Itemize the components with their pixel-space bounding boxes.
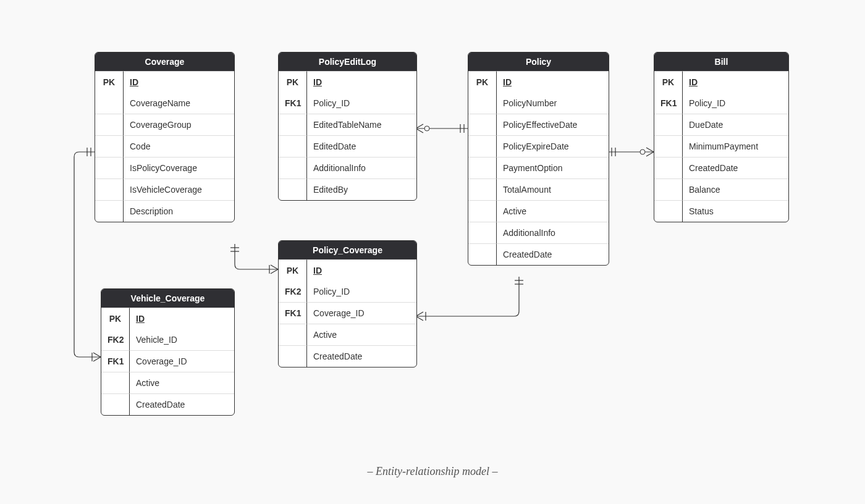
- key-label: [468, 178, 497, 200]
- table-row: Status: [654, 200, 788, 222]
- key-label: PK: [101, 308, 130, 329]
- entity-title: Coverage: [95, 52, 234, 71]
- key-label: [279, 135, 307, 157]
- attr-list: CoverageNameCoverageGroupCodeIsPolicyCov…: [95, 93, 234, 222]
- pk-field: ID: [307, 71, 416, 93]
- key-label: [468, 200, 497, 222]
- svg-line-16: [271, 269, 278, 274]
- key-label: FK1: [279, 93, 307, 114]
- table-row: Active: [101, 372, 234, 393]
- key-label: [468, 243, 497, 265]
- table-row: Balance: [654, 178, 788, 200]
- pk-field: ID: [683, 71, 788, 93]
- entity-coverage: Coverage PK ID CoverageNameCoverageGroup…: [95, 52, 235, 222]
- svg-point-3: [424, 126, 429, 131]
- attr-field: Policy_ID: [307, 281, 416, 302]
- entity-policyeditlog: PolicyEditLog PK ID FK1Policy_IDEditedTa…: [278, 52, 417, 201]
- key-label: [654, 178, 683, 200]
- attr-field: PolicyNumber: [497, 93, 609, 114]
- key-label: [279, 157, 307, 178]
- attr-field: Policy_ID: [307, 93, 416, 114]
- table-row: EditedDate: [279, 135, 416, 157]
- attr-field: CreatedDate: [307, 345, 416, 367]
- table-row: CoverageName: [95, 93, 234, 114]
- table-row: CreatedDate: [654, 157, 788, 178]
- pk-field: ID: [130, 308, 234, 329]
- key-label: [101, 372, 130, 393]
- key-label: [279, 324, 307, 345]
- attr-field: EditedBy: [307, 178, 416, 200]
- table-row: AdditionalInfo: [468, 222, 609, 243]
- key-label: [95, 200, 124, 222]
- table-row: CreatedDate: [279, 345, 416, 367]
- table-row: Code: [95, 135, 234, 157]
- attr-field: AdditionalInfo: [497, 222, 609, 243]
- key-label: [95, 93, 124, 114]
- attr-field: IsPolicyCoverage: [124, 157, 234, 178]
- key-label: [654, 200, 683, 222]
- table-row: IsVehicleCoverage: [95, 178, 234, 200]
- table-row: FK2Vehicle_ID: [101, 329, 234, 350]
- attr-list: FK2Policy_IDFK1Coverage_IDActiveCreatedD…: [279, 281, 416, 367]
- table-row: MinimumPayment: [654, 135, 788, 157]
- attr-field: MinimumPayment: [683, 135, 788, 157]
- key-label: FK1: [101, 350, 130, 372]
- key-label: PK: [95, 71, 124, 93]
- attr-field: CreatedDate: [497, 243, 609, 265]
- svg-line-11: [646, 152, 654, 156]
- pk-field: ID: [307, 259, 416, 281]
- key-label: PK: [468, 71, 497, 93]
- svg-line-10: [646, 148, 654, 152]
- key-label: [468, 93, 497, 114]
- attr-field: PaymentOption: [497, 157, 609, 178]
- attr-field: PolicyEffectiveDate: [497, 114, 609, 135]
- table-row: FK1Policy_ID: [654, 93, 788, 114]
- table-row: FK1Coverage_ID: [101, 350, 234, 372]
- pk-field: ID: [124, 71, 234, 93]
- key-label: PK: [279, 71, 307, 93]
- key-label: [95, 114, 124, 135]
- pk-field: ID: [497, 71, 609, 93]
- entity-policy: Policy PK ID PolicyNumberPolicyEffective…: [468, 52, 609, 266]
- attr-field: Code: [124, 135, 234, 157]
- table-row: TotalAmount: [468, 178, 609, 200]
- svg-line-15: [271, 265, 278, 269]
- table-row: PolicyNumber: [468, 93, 609, 114]
- key-label: [468, 157, 497, 178]
- attr-field: Status: [683, 200, 788, 222]
- table-row: Description: [95, 200, 234, 222]
- key-label: [654, 114, 683, 135]
- attr-field: CoverageName: [124, 93, 234, 114]
- table-row: FK1Policy_ID: [279, 93, 416, 114]
- entity-title: Vehicle_Coverage: [101, 289, 234, 308]
- attr-field: CreatedDate: [130, 393, 234, 415]
- svg-line-26: [93, 357, 101, 361]
- table-row: DueDate: [654, 114, 788, 135]
- key-label: PK: [279, 259, 307, 281]
- key-label: [101, 393, 130, 415]
- attr-field: TotalAmount: [497, 178, 609, 200]
- table-row: AdditionalInfo: [279, 157, 416, 178]
- attr-field: Coverage_ID: [307, 302, 416, 324]
- key-label: [95, 135, 124, 157]
- attr-field: Vehicle_ID: [130, 329, 234, 350]
- svg-line-25: [93, 353, 101, 357]
- entity-title: Bill: [654, 52, 788, 71]
- key-label: FK1: [654, 93, 683, 114]
- key-label: [279, 345, 307, 367]
- entity-vehiclecoverage: Vehicle_Coverage PK ID FK2Vehicle_IDFK1C…: [101, 288, 235, 416]
- attr-field: Active: [130, 372, 234, 393]
- key-label: [95, 178, 124, 200]
- attr-field: EditedTableName: [307, 114, 416, 135]
- table-row: FK2Policy_ID: [279, 281, 416, 302]
- attr-field: Description: [124, 200, 234, 222]
- attr-list: PolicyNumberPolicyEffectiveDatePolicyExp…: [468, 93, 609, 265]
- table-row: Active: [279, 324, 416, 345]
- table-row: EditedTableName: [279, 114, 416, 135]
- key-label: PK: [654, 71, 683, 93]
- table-row: PolicyExpireDate: [468, 135, 609, 157]
- table-row: PaymentOption: [468, 157, 609, 178]
- table-row: CreatedDate: [101, 393, 234, 415]
- attr-field: Policy_ID: [683, 93, 788, 114]
- entity-policycoverage: Policy_Coverage PK ID FK2Policy_IDFK1Cov…: [278, 240, 417, 368]
